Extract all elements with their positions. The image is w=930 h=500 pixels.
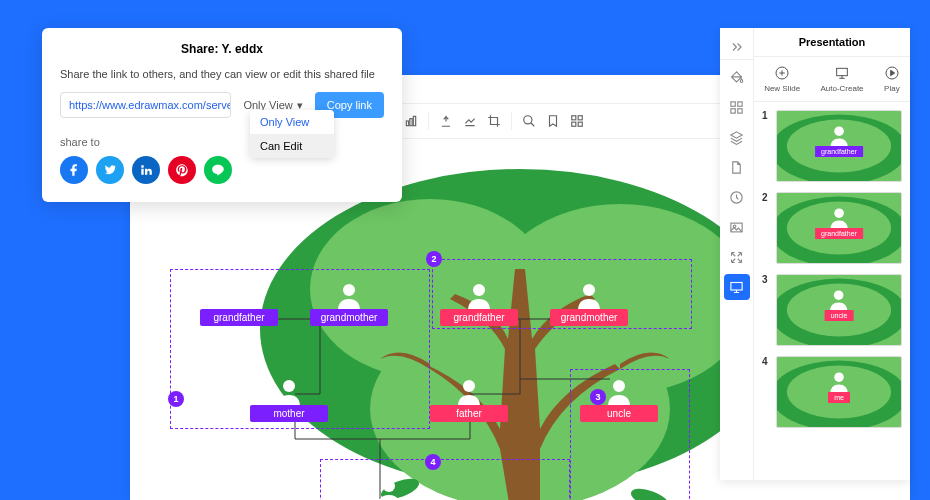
side-toolbar [720,28,754,480]
history-icon[interactable] [724,184,750,210]
svg-rect-9 [578,116,582,120]
slide-number: 3 [762,274,770,285]
svg-rect-33 [731,282,742,290]
svg-rect-27 [738,101,742,105]
svg-rect-10 [572,122,576,126]
new-slide-button[interactable]: New Slide [764,65,800,93]
share-to-label: share to [60,136,384,148]
svg-point-48 [834,372,844,382]
node-me[interactable]: me [350,477,428,500]
node-uncle[interactable]: uncle [580,377,658,422]
slide-item[interactable]: 3uncle [762,274,902,346]
svg-point-24 [613,380,625,392]
slide-item[interactable]: 1grandfather [762,110,902,182]
social-row [60,156,384,184]
svg-point-25 [383,480,395,492]
svg-point-21 [583,284,595,296]
node-grandmother-1[interactable]: grandmother [310,281,388,326]
slide-thumbnail: uncle [776,274,902,346]
svg-rect-35 [837,68,848,75]
slide-number: 4 [762,356,770,367]
share-url-field[interactable]: https://www.edrawmax.com/server.. [60,92,231,118]
collapse-icon[interactable] [720,34,753,60]
expand-icon[interactable] [724,244,750,270]
pinterest-icon[interactable] [168,156,196,184]
selection-badge-2: 2 [426,251,442,267]
slide-thumbnail: me [776,356,902,428]
slide-item[interactable]: 2grandfather [762,192,902,264]
paint-icon[interactable] [724,64,750,90]
svg-rect-26 [731,101,735,105]
zoom-icon[interactable] [518,110,540,132]
crop-icon[interactable] [483,110,505,132]
page-icon[interactable] [724,154,750,180]
node-father[interactable]: father [430,377,508,422]
svg-point-18 [233,284,245,296]
svg-point-22 [283,380,295,392]
node-grandfather-1[interactable]: grandfather [200,281,278,326]
stroke-icon[interactable] [459,110,481,132]
svg-point-23 [463,380,475,392]
line-icon[interactable] [204,156,232,184]
image-icon[interactable] [724,214,750,240]
svg-point-20 [473,284,485,296]
layers-icon[interactable] [724,124,750,150]
svg-point-42 [834,208,844,218]
auto-create-button[interactable]: Auto-Create [820,65,863,93]
node-grandmother-2[interactable]: grandmother [550,281,628,326]
svg-point-19 [343,284,355,296]
slide-item[interactable]: 4me [762,356,902,428]
svg-rect-4 [406,121,408,126]
selection-badge-1: 1 [168,391,184,407]
svg-rect-29 [738,108,742,112]
slide-thumbnail: grandfather [776,110,902,182]
panel-title: Presentation [754,28,910,57]
slides-list: 1grandfather2grandfather3uncle4me [754,102,910,480]
linkedin-icon[interactable] [132,156,160,184]
svg-rect-5 [410,119,412,126]
slide-number: 2 [762,192,770,203]
perm-option-view[interactable]: Only View [250,110,334,134]
node-mother[interactable]: mother [250,377,328,422]
play-button[interactable]: Play [884,65,900,93]
svg-rect-11 [578,122,582,126]
svg-rect-28 [731,108,735,112]
slide-number: 1 [762,110,770,121]
bookmark-icon[interactable] [542,110,564,132]
chart-icon[interactable] [400,110,422,132]
fill-icon[interactable] [435,110,457,132]
slide-thumbnail: grandfather [776,192,902,264]
share-description: Share the link to others, and they can v… [60,68,384,80]
svg-point-45 [834,290,844,300]
svg-point-39 [834,126,844,136]
share-dialog: Share: Y. eddx Share the link to others,… [42,28,402,202]
right-panel: Presentation New Slide Auto-Create Play … [720,28,910,480]
node-grandfather-2[interactable]: grandfather [440,281,518,326]
svg-point-7 [524,116,532,124]
facebook-icon[interactable] [60,156,88,184]
twitter-icon[interactable] [96,156,124,184]
svg-rect-8 [572,116,576,120]
perm-option-edit[interactable]: Can Edit [250,134,334,158]
permission-dropdown: Only View Can Edit [250,110,334,158]
presentation-tab-icon[interactable] [724,274,750,300]
svg-rect-6 [413,116,415,125]
selection-badge-4: 4 [425,454,441,470]
share-title: Share: Y. eddx [60,42,384,56]
grid-icon[interactable] [566,110,588,132]
apps-icon[interactable] [724,94,750,120]
